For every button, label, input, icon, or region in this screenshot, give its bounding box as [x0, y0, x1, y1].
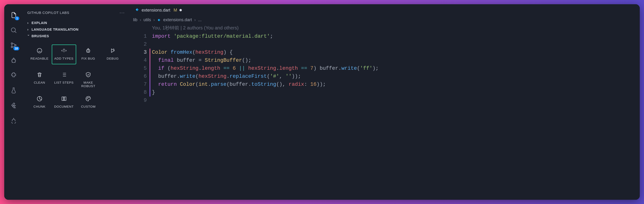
chevron-right-icon: › [140, 18, 141, 22]
brush-label: DEBUG [107, 57, 119, 60]
book-icon [61, 95, 67, 102]
chevron-right-icon: › [27, 28, 30, 31]
list-icon [61, 71, 67, 78]
code-content[interactable]: import 'package:flutter/material.dart'; … [152, 33, 640, 105]
activity-outline[interactable] [10, 116, 18, 125]
brush-label: LIST STEPS [54, 81, 74, 84]
brush-label: FIX BUG [82, 57, 95, 60]
chevron-right-icon: › [153, 18, 155, 22]
brush-add-types[interactable]: ADD TYPES [52, 45, 76, 64]
code-line[interactable]: import 'package:flutter/material.dart'; [152, 33, 640, 41]
code-line[interactable] [152, 97, 640, 105]
chevron-right-icon: › [194, 18, 196, 22]
line-number: 2 [129, 41, 147, 49]
play-icon [109, 47, 116, 54]
brush-document[interactable]: DOCUMENT [52, 93, 76, 112]
types-icon [61, 47, 67, 54]
section-brushes[interactable]: › BRUSHES [23, 33, 129, 39]
section-label: LANGUAGE TRANSLATION [32, 28, 78, 31]
svg-point-0 [11, 28, 16, 32]
code-line[interactable]: buffer.write(hexString.replaceFirst('#',… [152, 73, 640, 81]
palette-icon [85, 95, 92, 102]
tab-extensions-dart[interactable]: extensions.dart M [131, 4, 186, 16]
svg-point-6 [37, 48, 42, 53]
code-line[interactable]: if (hexString.length == 6 || hexString.l… [152, 65, 640, 73]
activity-explorer-badge: 1 [15, 17, 19, 20]
brush-fix-bug[interactable]: FIX BUG [76, 45, 101, 64]
breadcrumb-item[interactable]: lib [133, 18, 137, 22]
brush-grid: READABLE ADD TYPES FIX BUG DEBUG CLEAN [23, 39, 129, 115]
dart-file-icon [135, 8, 139, 13]
section-label: BRUSHES [32, 34, 49, 38]
activity-debug[interactable] [10, 56, 18, 65]
brush-label: MAKE ROBUST [77, 81, 100, 88]
activity-source-control[interactable]: 18 [10, 41, 18, 50]
code-line[interactable]: final buffer = StringBuffer(); [152, 57, 640, 65]
activity-flutter[interactable] [10, 101, 18, 110]
activity-explorer[interactable]: 1 [10, 11, 18, 19]
line-number: 1 [129, 33, 147, 41]
git-blame-annotation: You, 1秒钟前 | 2 authors (You and others) [129, 23, 640, 33]
pie-icon [36, 95, 43, 102]
breadcrumb-item[interactable]: extensions.dart [163, 18, 192, 22]
panel-title: GITHUB COPILOT LABS [27, 11, 69, 15]
brush-clean[interactable]: CLEAN [27, 69, 52, 88]
trash-icon [36, 71, 43, 78]
line-number: 6 [129, 73, 147, 81]
brush-list-steps[interactable]: LIST STEPS [52, 69, 76, 88]
svg-point-1 [11, 43, 13, 44]
brush-label: ADD TYPES [54, 57, 74, 60]
svg-point-2 [11, 46, 13, 48]
activity-extensions[interactable] [10, 71, 18, 80]
dart-file-icon [157, 18, 161, 22]
tab-dirty-dot-icon [180, 9, 182, 11]
activity-search[interactable] [10, 26, 18, 34]
svg-point-9 [87, 98, 87, 99]
line-number: 9 [129, 97, 147, 105]
tab-modified-marker: M [174, 8, 177, 13]
line-number: 5 [129, 65, 147, 73]
brush-label: DOCUMENT [54, 105, 74, 108]
breadcrumb-item[interactable]: utils [144, 18, 151, 22]
brush-custom[interactable]: CUSTOM [76, 93, 101, 112]
chevron-down-icon: › [27, 35, 30, 38]
shield-icon [85, 71, 92, 78]
section-label: EXPLAIN [32, 21, 47, 25]
svg-point-3 [15, 45, 16, 46]
section-explain[interactable]: › EXPLAIN [23, 20, 129, 26]
copilot-labs-panel: GITHUB COPILOT LABS ··· › EXPLAIN › LANG… [23, 4, 129, 200]
section-language-translation[interactable]: › LANGUAGE TRANSLATION [23, 26, 129, 33]
tab-filename: extensions.dart [142, 8, 170, 13]
line-number: 8 [129, 89, 147, 97]
brush-make-robust[interactable]: MAKE ROBUST [76, 69, 101, 88]
brush-chunk[interactable]: CHUNK [27, 93, 52, 112]
line-number: 3 [129, 49, 147, 57]
line-number: 4 [129, 57, 147, 65]
svg-point-11 [89, 98, 90, 98]
code-line[interactable]: return Color(int.parse(buffer.toString()… [152, 81, 640, 89]
breadcrumb-item[interactable]: ... [198, 18, 202, 22]
activity-testing[interactable] [10, 86, 18, 95]
svg-point-10 [88, 98, 88, 98]
code-editor[interactable]: 1 2 3 4 5 6 7 8 9 import 'package:flutte… [129, 33, 640, 105]
app-window: 1 18 GITHUB COPILOT LABS ··· [4, 4, 640, 200]
activity-bar: 1 18 [4, 4, 23, 200]
chevron-right-icon: › [27, 21, 30, 25]
brush-label: READABLE [30, 57, 48, 60]
panel-more-icon[interactable]: ··· [120, 10, 125, 15]
brush-label: CLEAN [34, 81, 45, 84]
brush-label: CUSTOM [81, 105, 96, 108]
bug-icon [85, 47, 92, 54]
code-line[interactable] [152, 41, 640, 49]
editor-area: extensions.dart M lib › utils › extensio… [129, 4, 640, 200]
brush-readable[interactable]: READABLE [27, 45, 52, 64]
code-line[interactable]: } [152, 89, 640, 97]
line-number: 7 [129, 81, 147, 89]
brush-label: CHUNK [34, 105, 46, 108]
brush-debug[interactable]: DEBUG [100, 45, 125, 64]
smile-icon [36, 47, 43, 54]
breadcrumbs[interactable]: lib › utils › extensions.dart › ... [129, 16, 640, 23]
code-line[interactable]: Color fromHex(hexString) { [152, 49, 640, 57]
activity-scm-badge: 18 [14, 47, 19, 50]
bracket-guide [150, 49, 150, 97]
